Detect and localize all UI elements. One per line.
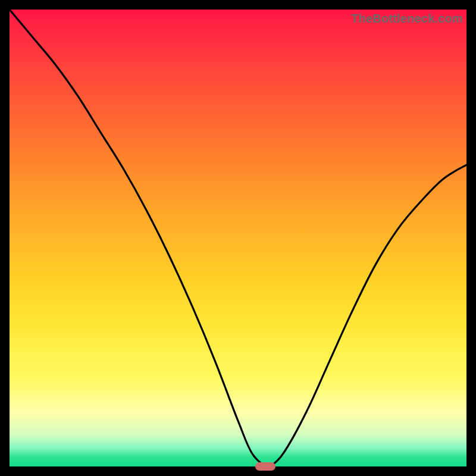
bottleneck-curve bbox=[10, 10, 466, 466]
chart-frame: TheBottleneck.com bbox=[0, 0, 476, 476]
chart-plot-area: TheBottleneck.com bbox=[10, 10, 466, 466]
minimum-marker bbox=[255, 462, 275, 471]
